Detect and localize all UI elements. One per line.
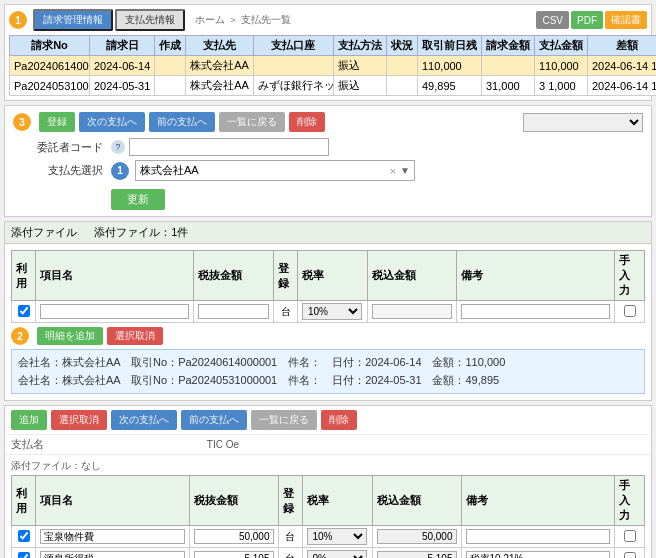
add-detail-button[interactable]: 明細を追加 xyxy=(37,327,103,345)
cell-prev-balance: 110,000 xyxy=(417,56,481,76)
table-row[interactable]: Pa20240531000001 2024-05-31 株式会社AA みずほ銀行… xyxy=(10,76,657,96)
cell-date: 2024-06-14 xyxy=(90,56,155,76)
breadcrumb: ホーム ＞ 支払先一覧 xyxy=(195,13,291,27)
delete-selection-button[interactable]: 選択取消 xyxy=(107,327,163,345)
bottom-tax-inc-input-1[interactable] xyxy=(377,529,457,544)
bottom-use-checkbox-1[interactable] xyxy=(18,530,30,542)
cell-prev-balance: 49,895 xyxy=(417,76,481,96)
delegate-code-input[interactable] xyxy=(129,138,329,156)
bottom-content: 添付ファイル：なし 利用 項目名 税抜金額 登録 税率 税込金額 備考 手入力 xyxy=(5,455,651,558)
col-memo: 備考 xyxy=(457,251,615,301)
delegate-code-row: 委託者コード ? xyxy=(13,138,643,156)
cell-payment-amount: 3 1,000 xyxy=(534,76,587,96)
dropdown-arrow-icon: ▼ xyxy=(400,165,410,176)
bottom-tax-ex-input-2[interactable] xyxy=(194,551,274,558)
tab-invoice-management[interactable]: 請求管理情報 xyxy=(33,9,113,31)
circle-1-form: 1 xyxy=(111,162,129,180)
col-manual: 手入力 xyxy=(615,251,645,301)
cell-payee: 株式会社AA xyxy=(186,76,254,96)
form-section: 3 登録 次の支払へ 前の支払へ 一覧に戻る 削除 委託者コード ? 支払先選択… xyxy=(4,105,652,217)
update-btn-row: 更新 xyxy=(111,185,643,210)
bottom-memo-input-1[interactable] xyxy=(466,529,611,544)
memo-input[interactable] xyxy=(461,304,610,319)
bottom-tax-rate-select-2[interactable]: 10% 8% 0% xyxy=(307,550,367,558)
payment-dest-label: 支払先選択 xyxy=(13,163,103,178)
bottom-tax-unit-2: 台 xyxy=(278,548,302,558)
bottom-prev-button[interactable]: 前の支払へ xyxy=(181,410,247,430)
bottom-receipt-label: 添付ファイル：なし xyxy=(11,459,645,473)
info-box: 会社名：株式会社AA 取引No：Pa20240614000001 件名： 日付：… xyxy=(11,349,645,394)
bottom-col-tax-rate: 税率 xyxy=(302,476,372,526)
bottom-col-tax-inc: 税込金額 xyxy=(372,476,461,526)
tax-unit: 台 xyxy=(274,301,298,323)
receipt-file-label xyxy=(80,226,91,238)
col-status: 状況 xyxy=(386,36,417,56)
bottom-section: 追加 選択取消 次の支払へ 前の支払へ 一覧に戻る 削除 支払名 TIC Oe … xyxy=(4,405,652,558)
bottom-manual-checkbox-2[interactable] xyxy=(624,552,636,558)
bottom-subtitle-row: 支払名 TIC Oe xyxy=(5,435,651,455)
bottom-table-header: 利用 項目名 税抜金額 登録 税率 税込金額 備考 手入力 xyxy=(12,476,645,526)
bottom-item-input-2[interactable] xyxy=(40,551,185,558)
form-actions: 3 登録 次の支払へ 前の支払へ 一覧に戻る 削除 xyxy=(13,112,643,132)
tab-payment-dest[interactable]: 支払先情報 xyxy=(115,9,185,31)
bottom-item-input-1[interactable] xyxy=(40,529,185,544)
cell-create xyxy=(155,76,186,96)
tax-rate-select[interactable]: 10% 8% 0% xyxy=(302,303,362,320)
circle-1-top: 1 xyxy=(9,11,27,29)
cell-status xyxy=(386,76,417,96)
item-name-input[interactable] xyxy=(40,304,189,319)
clear-icon[interactable]: × xyxy=(390,165,396,177)
bottom-table-row: 台 10% 8% 0% xyxy=(12,548,645,558)
cell-invoice-no: Pa20240614000001 xyxy=(10,56,90,76)
csv-button[interactable]: CSV xyxy=(536,11,569,29)
help-icon[interactable]: ? xyxy=(111,140,125,154)
cell-account xyxy=(253,56,333,76)
col-prev-balance: 取引前日残 xyxy=(417,36,481,56)
status-select[interactable] xyxy=(523,113,643,132)
cell-invoice-amount: 31,000 xyxy=(481,76,534,96)
top-right-buttons: CSV PDF 確認書 xyxy=(536,11,647,29)
back-to-list-button[interactable]: 一覧に戻る xyxy=(219,112,285,132)
bottom-delete-button[interactable]: 削除 xyxy=(321,410,357,430)
next-payment-button[interactable]: 次の支払へ xyxy=(79,112,145,132)
col-account: 支払口座 xyxy=(253,36,333,56)
pdf-button[interactable]: PDF xyxy=(571,11,603,29)
receipt-section: 添付ファイル 添付ファイル：1件 利用 項目名 税抜金額 登録 税率 税込金額 … xyxy=(4,221,652,401)
manual-checkbox[interactable] xyxy=(624,305,636,317)
bottom-tax-unit-1: 台 xyxy=(278,526,302,548)
bottom-tax-inc-input-2[interactable] xyxy=(377,551,457,558)
register-button[interactable]: 登録 xyxy=(39,112,75,132)
bottom-memo-input-2[interactable] xyxy=(466,551,611,558)
info-line-1: 会社名：株式会社AA 取引No：Pa20240614000001 件名： 日付：… xyxy=(18,354,638,372)
update-button[interactable]: 更新 xyxy=(111,189,165,210)
tax-ex-input[interactable] xyxy=(198,304,269,319)
bottom-tax-ex-input-1[interactable] xyxy=(194,529,274,544)
col-create: 作成 xyxy=(155,36,186,56)
confirm-button[interactable]: 確認書 xyxy=(605,11,647,29)
table-row[interactable]: Pa20240614000001 2024-06-14 株式会社AA 振込 11… xyxy=(10,56,657,76)
bottom-next-button[interactable]: 次の支払へ xyxy=(111,410,177,430)
tax-inc-input[interactable] xyxy=(372,304,452,319)
col-use: 利用 xyxy=(12,251,36,301)
bottom-subtitle: 支払名 xyxy=(11,438,44,450)
cell-invoice-no: Pa20240531000001 xyxy=(10,76,90,96)
prev-payment-button[interactable]: 前の支払へ xyxy=(149,112,215,132)
bottom-col-use: 利用 xyxy=(12,476,36,526)
cell-create xyxy=(155,56,186,76)
payment-dest-dropdown[interactable]: 株式会社AA × ▼ xyxy=(135,160,415,181)
receipt-file-count: 添付ファイル：1件 xyxy=(94,226,188,238)
col-tax-ex: 税抜金額 xyxy=(194,251,274,301)
invoice-table: 請求No 請求日 作成 支払先 支払口座 支払方法 状況 取引前日残 請求金額 … xyxy=(9,35,656,96)
bottom-use-checkbox-2[interactable] xyxy=(18,552,30,558)
use-checkbox[interactable] xyxy=(18,305,30,317)
bottom-tax-rate-select-1[interactable]: 10% 8% 0% xyxy=(307,528,367,545)
bottom-del-button[interactable]: 選択取消 xyxy=(51,410,107,430)
bottom-back-button[interactable]: 一覧に戻る xyxy=(251,410,317,430)
tab-bar: 1 請求管理情報 支払先情報 ホーム ＞ 支払先一覧 CSV PDF 確認書 xyxy=(9,9,647,31)
delete-button[interactable]: 削除 xyxy=(289,112,325,132)
receipt-section-header: 添付ファイル 添付ファイル：1件 xyxy=(5,222,651,244)
bottom-manual-checkbox-1[interactable] xyxy=(624,530,636,542)
col-register: 登録 xyxy=(274,251,298,301)
bottom-add-button[interactable]: 追加 xyxy=(11,410,47,430)
col-tax-rate: 税率 xyxy=(298,251,368,301)
